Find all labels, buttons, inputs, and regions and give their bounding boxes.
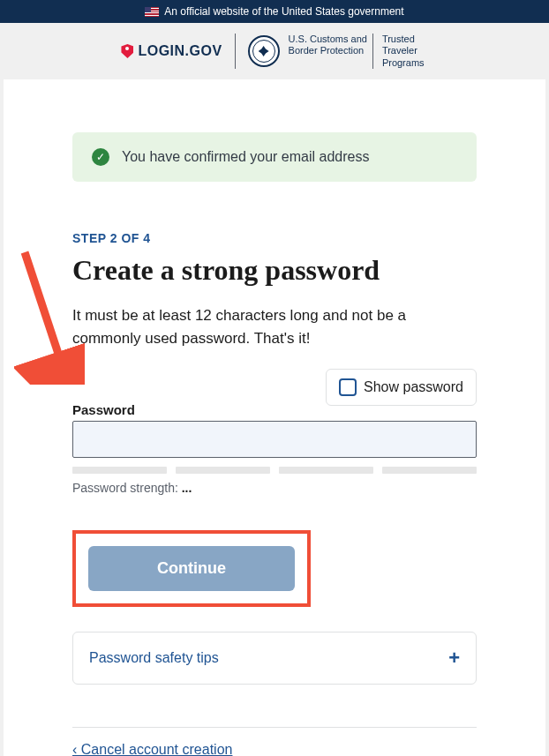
password-strength-meter [72, 467, 477, 474]
cancel-account-link[interactable]: ‹ Cancel account creation [72, 742, 232, 756]
strength-label: Password strength: [72, 481, 182, 495]
partner-line: Border Protection [289, 45, 367, 56]
accordion-title: Password safety tips [89, 650, 219, 666]
vertical-divider [235, 34, 236, 69]
partner-line: Trusted [382, 34, 425, 45]
us-flag-icon [145, 7, 159, 17]
page-heading: Create a strong password [72, 254, 477, 287]
shield-icon [121, 44, 133, 58]
strength-value: ... [182, 481, 192, 495]
main-content: ✓ You have confirmed your email address … [4, 79, 545, 756]
partner-text: U.S. Customs and Border Protection Trust… [285, 34, 428, 69]
site-header: LOGIN.GOV U.S. Customs and Border Protec… [0, 23, 549, 79]
continue-button[interactable]: Continue [88, 546, 295, 591]
partner-line: Programs [382, 57, 425, 69]
step-indicator: STEP 2 OF 4 [72, 231, 477, 245]
divider [72, 727, 477, 728]
show-password-label: Show password [364, 379, 463, 395]
banner-text: An official website of the United States… [164, 5, 403, 18]
meter-bar [72, 467, 167, 474]
partner-block: U.S. Customs and Border Protection Trust… [248, 34, 428, 69]
login-gov-logo: LOGIN.GOV [121, 43, 222, 59]
alert-text: You have confirmed your email address [122, 149, 369, 165]
show-password-toggle[interactable]: Show password [326, 369, 477, 406]
page-description: It must be at least 12 characters long a… [72, 304, 477, 349]
gov-banner: An official website of the United States… [0, 0, 549, 23]
dhs-seal-icon [248, 35, 280, 67]
success-alert: ✓ You have confirmed your email address [72, 132, 477, 182]
check-circle-icon: ✓ [92, 148, 109, 166]
meter-bar [279, 467, 373, 474]
plus-icon: + [448, 647, 460, 670]
meter-bar [382, 467, 477, 474]
partner-line: U.S. Customs and [289, 34, 367, 45]
password-input[interactable] [72, 421, 477, 458]
partner-line: Traveler [382, 45, 425, 56]
annotation-highlight: Continue [72, 530, 311, 607]
meter-bar [176, 467, 270, 474]
checkbox-icon [339, 378, 357, 396]
password-strength-text: Password strength: ... [72, 481, 477, 495]
login-brand-text: LOGIN.GOV [138, 43, 222, 59]
password-tips-accordion[interactable]: Password safety tips + [72, 632, 477, 685]
